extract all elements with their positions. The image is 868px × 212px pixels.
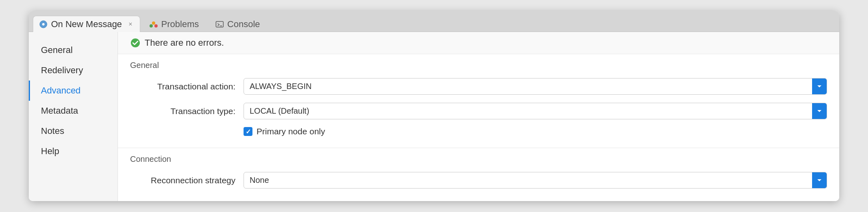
transactional-action-row: Transactional action: ALWAYS_BEGIN — [130, 74, 827, 99]
connection-form-section: Reconnection strategy None — [118, 168, 839, 201]
primary-node-row: Primary node only — [130, 123, 827, 140]
transaction-type-label: Transaction type: — [130, 106, 235, 116]
transaction-type-row: Transaction type: LOCAL (Default) — [130, 99, 827, 123]
tab-label-console: Console — [227, 19, 260, 30]
svg-rect-5 — [216, 21, 223, 27]
transaction-type-value: LOCAL (Default) — [244, 103, 812, 119]
transaction-type-select[interactable]: LOCAL (Default) — [244, 103, 827, 119]
sidebar-label-notes: Notes — [41, 126, 64, 136]
connection-section-header: Connection — [118, 148, 839, 168]
tab-on-new-message[interactable]: On New Message × — [33, 16, 140, 32]
sidebar-label-help: Help — [41, 146, 59, 156]
content-area: There are no errors. General Transaction… — [118, 32, 839, 201]
svg-point-3 — [154, 24, 158, 28]
primary-node-checkbox[interactable] — [244, 127, 252, 136]
sidebar-label-redelivery: Redelivery — [41, 65, 83, 75]
svg-point-2 — [152, 21, 155, 25]
svg-point-4 — [150, 24, 153, 28]
tab-icon-console — [215, 20, 224, 29]
success-icon — [130, 38, 141, 48]
sidebar-item-redelivery[interactable]: Redelivery — [29, 60, 118, 81]
transactional-action-label: Transactional action: — [130, 82, 235, 91]
tab-bar: On New Message × Problems Consol — [29, 11, 839, 32]
transactional-action-control: ALWAYS_BEGIN — [244, 78, 827, 95]
reconnection-strategy-label: Reconnection strategy — [130, 176, 235, 185]
reconnection-strategy-control: None — [244, 172, 827, 189]
transactional-action-value: ALWAYS_BEGIN — [244, 78, 812, 94]
sidebar-label-general: General — [41, 45, 73, 55]
transaction-type-arrow[interactable] — [812, 103, 827, 119]
general-section-header: General — [118, 54, 839, 74]
primary-node-label: Primary node only — [257, 127, 325, 136]
reconnection-strategy-select[interactable]: None — [244, 172, 827, 189]
transactional-action-arrow[interactable] — [812, 78, 827, 94]
tab-icon-on-new-message — [39, 20, 48, 29]
main-content: General Redelivery Advanced Metadata Not… — [29, 32, 839, 201]
sidebar-item-help[interactable]: Help — [29, 141, 118, 161]
sidebar-label-metadata: Metadata — [41, 106, 78, 116]
tab-close-button[interactable]: × — [127, 21, 134, 28]
tab-label-problems: Problems — [161, 19, 199, 30]
sidebar-item-metadata[interactable]: Metadata — [29, 101, 118, 121]
tab-problems[interactable]: Problems — [142, 17, 206, 32]
sidebar-item-general[interactable]: General — [29, 40, 118, 60]
transaction-type-control: LOCAL (Default) — [244, 103, 827, 119]
general-form-section: Transactional action: ALWAYS_BEGIN Trans… — [118, 74, 839, 148]
svg-point-1 — [42, 23, 45, 25]
status-bar: There are no errors. — [118, 32, 839, 54]
reconnection-strategy-row: Reconnection strategy None — [130, 168, 827, 193]
status-text: There are no errors. — [145, 38, 224, 48]
application-window: On New Message × Problems Consol — [29, 11, 839, 201]
transactional-action-select[interactable]: ALWAYS_BEGIN — [244, 78, 827, 95]
reconnection-strategy-arrow[interactable] — [812, 172, 827, 188]
reconnection-strategy-value: None — [244, 172, 812, 188]
tab-console[interactable]: Console — [208, 17, 267, 32]
tab-icon-problems — [149, 20, 158, 29]
sidebar-item-notes[interactable]: Notes — [29, 121, 118, 141]
tab-label-on-new-message: On New Message — [51, 19, 122, 30]
sidebar-label-advanced: Advanced — [41, 85, 81, 95]
svg-point-7 — [131, 38, 140, 47]
sidebar: General Redelivery Advanced Metadata Not… — [29, 32, 118, 201]
sidebar-item-advanced[interactable]: Advanced — [29, 81, 118, 101]
